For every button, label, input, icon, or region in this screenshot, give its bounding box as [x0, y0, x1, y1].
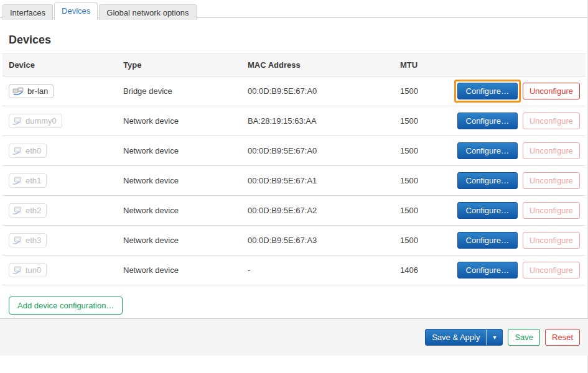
unconfigure-button[interactable]: Unconfigure [523, 202, 580, 219]
table-row: br-lan Bridge device 00:0D:B9:5E:67:A0 1… [2, 76, 586, 106]
add-device-configuration-button[interactable]: Add device configuration… [9, 297, 123, 315]
unconfigure-button[interactable]: Unconfigure [523, 142, 580, 159]
ethernet-icon [12, 266, 22, 274]
unconfigure-button[interactable]: Unconfigure [523, 232, 580, 249]
unconfigure-button[interactable]: Unconfigure [523, 172, 580, 189]
save-apply-split-button: Save & Apply ▼ [425, 329, 503, 346]
mac-address-cell: 00:0D:B9:5E:67:A3 [241, 236, 394, 245]
configure-button[interactable]: Configure… [457, 83, 518, 99]
mtu-cell: 1500 [394, 146, 450, 155]
mtu-cell: 1500 [394, 206, 450, 215]
tab-devices[interactable]: Devices [54, 2, 98, 20]
bridge-icon [12, 87, 24, 95]
device-cell: eth0 [2, 144, 117, 158]
device-badge: eth3 [9, 233, 47, 247]
device-badge: dummy0 [9, 114, 62, 128]
actions-cell: Configure… Unconfigure [450, 232, 586, 249]
table-header-row: Device Type MAC Address MTU [2, 53, 586, 76]
reset-button[interactable]: Reset [545, 329, 580, 346]
unconfigure-button[interactable]: Unconfigure [523, 83, 580, 99]
actions-cell: Configure… Unconfigure [450, 172, 586, 189]
actions-cell: Configure… Unconfigure [450, 113, 586, 129]
ethernet-icon [12, 177, 22, 185]
device-badge: eth1 [9, 173, 47, 188]
configure-button[interactable]: Configure… [457, 113, 518, 129]
type-cell: Network device [117, 146, 241, 155]
device-cell: br-lan [2, 84, 117, 98]
configure-button[interactable]: Configure… [457, 142, 518, 159]
type-cell: Network device [117, 206, 241, 215]
configure-button[interactable]: Configure… [457, 202, 518, 219]
column-header-actions [450, 54, 586, 76]
actions-cell: Configure… Unconfigure [450, 262, 586, 279]
device-name: dummy0 [26, 116, 57, 126]
device-badge: tun0 [9, 263, 47, 277]
table-row: eth0 Network device 00:0D:B9:5E:67:A0 15… [2, 136, 586, 166]
unconfigure-button[interactable]: Unconfigure [523, 113, 580, 129]
table-body: br-lan Bridge device 00:0D:B9:5E:67:A0 1… [2, 76, 586, 285]
device-name: br-lan [27, 86, 48, 96]
device-badge: eth2 [9, 203, 47, 218]
mac-address-cell: 00:0D:B9:5E:67:A1 [241, 176, 394, 185]
network-tab-bar: InterfacesDevicesGlobal network options [0, 0, 588, 18]
configure-button[interactable]: Configure… [457, 232, 518, 249]
table-row: tun0 Network device - 1406 Configure… Un… [2, 256, 586, 285]
type-cell: Bridge device [117, 86, 241, 96]
mac-address-cell: - [241, 265, 394, 275]
type-cell: Network device [117, 265, 241, 275]
configure-highlight-ring: Configure… [454, 80, 521, 103]
column-header-type: Type [117, 54, 241, 76]
device-cell: eth2 [2, 203, 117, 218]
mtu-cell: 1500 [394, 236, 450, 245]
ethernet-icon [12, 147, 22, 155]
footer-action-bar: Save & Apply ▼ Save Reset [0, 318, 588, 356]
device-name: eth3 [26, 236, 41, 245]
mtu-cell: 1500 [394, 86, 450, 96]
actions-cell: Configure… Unconfigure [450, 202, 586, 219]
mtu-cell: 1500 [394, 176, 450, 185]
column-header-device: Device [2, 54, 117, 76]
table-row: eth2 Network device 00:0D:B9:5E:67:A2 15… [2, 196, 586, 226]
save-apply-button[interactable]: Save & Apply [426, 329, 486, 345]
devices-table: Device Type MAC Address MTU br-lan Bridg… [2, 53, 586, 285]
column-header-mac: MAC Address [241, 54, 394, 76]
unconfigure-button[interactable]: Unconfigure [523, 262, 580, 279]
mac-address-cell: 00:0D:B9:5E:67:A0 [241, 146, 394, 155]
device-badge: eth0 [9, 144, 47, 158]
mtu-cell: 1500 [394, 116, 450, 126]
type-cell: Network device [117, 116, 241, 126]
device-cell: eth3 [2, 233, 117, 247]
actions-cell: Configure… Unconfigure [450, 142, 586, 159]
mtu-cell: 1406 [394, 265, 450, 275]
ethernet-icon [12, 206, 22, 214]
device-name: eth2 [26, 206, 41, 215]
mac-address-cell: 00:0D:B9:5E:67:A2 [241, 206, 394, 215]
device-name: tun0 [26, 265, 41, 275]
save-button[interactable]: Save [508, 329, 540, 346]
type-cell: Network device [117, 176, 241, 185]
type-cell: Network device [117, 236, 241, 245]
device-cell: tun0 [2, 263, 117, 277]
device-name: eth0 [26, 146, 41, 155]
configure-button[interactable]: Configure… [457, 262, 518, 279]
device-cell: dummy0 [2, 114, 117, 128]
table-row: eth1 Network device 00:0D:B9:5E:67:A1 15… [2, 166, 586, 196]
ethernet-icon [12, 236, 22, 244]
actions-cell: Configure… Unconfigure [450, 83, 586, 99]
device-cell: eth1 [2, 173, 117, 188]
mac-address-cell: BA:28:19:15:63:AA [241, 116, 394, 126]
configure-button[interactable]: Configure… [457, 172, 518, 189]
device-badge: br-lan [9, 84, 54, 98]
page-title: Devices [9, 34, 588, 47]
tab-global-network-options[interactable]: Global network options [99, 4, 196, 20]
table-row: dummy0 Network device BA:28:19:15:63:AA … [2, 106, 586, 136]
column-header-mtu: MTU [394, 54, 450, 76]
mac-address-cell: 00:0D:B9:5E:67:A0 [241, 86, 394, 96]
device-name: eth1 [26, 176, 41, 185]
tab-interfaces[interactable]: Interfaces [2, 4, 53, 20]
save-apply-dropdown-caret-icon[interactable]: ▼ [486, 329, 502, 345]
ethernet-icon [12, 117, 22, 125]
table-row: eth3 Network device 00:0D:B9:5E:67:A3 15… [2, 226, 586, 256]
